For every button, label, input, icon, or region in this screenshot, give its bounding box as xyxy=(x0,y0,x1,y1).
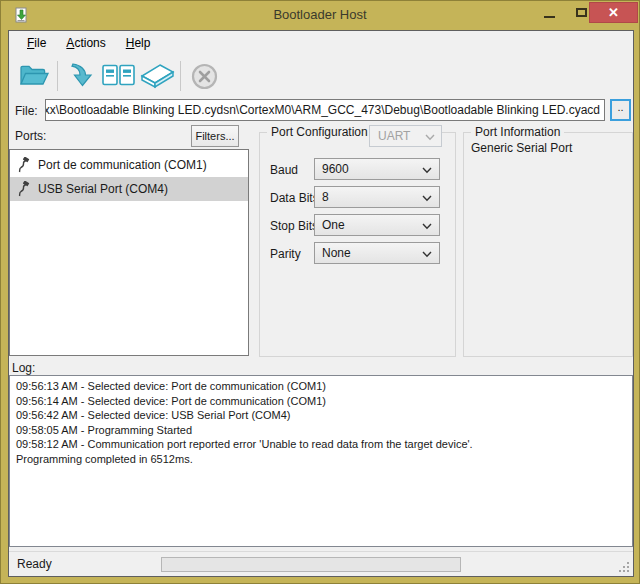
port-list-item-com4[interactable]: USB Serial Port (COM4) xyxy=(10,177,248,201)
abort-circle-icon xyxy=(191,63,218,90)
baud-select[interactable]: 9600 xyxy=(314,158,440,180)
chevron-down-icon xyxy=(422,251,432,258)
port-configuration-group: Port Configuration Baud 9600 Data Bits 8… xyxy=(259,132,456,357)
minimize-button[interactable] xyxy=(534,2,564,23)
serial-port-icon xyxy=(16,157,30,173)
parity-select[interactable]: None xyxy=(314,242,440,264)
ports-list: Port de communication (COM1) USB Serial … xyxy=(9,149,249,356)
file-path-input[interactable]: ader_41xx\Bootloadable Blinking LED.cyds… xyxy=(45,99,605,121)
stop-bits-select[interactable]: One xyxy=(314,214,440,236)
program-button[interactable] xyxy=(62,59,100,93)
browse-button[interactable]: .. xyxy=(610,99,631,121)
verify-button[interactable] xyxy=(100,59,138,93)
port-configuration-title: Port Configuration xyxy=(267,125,372,139)
port-information-group: Port Information Generic Serial Port xyxy=(463,132,633,357)
erase-button[interactable] xyxy=(138,59,176,93)
statusbar: Ready xyxy=(9,551,633,576)
log-line: Programming completed in 6512ms. xyxy=(16,452,626,467)
close-button[interactable]: ✕ xyxy=(589,2,638,23)
filters-button[interactable]: Filters... xyxy=(191,125,239,147)
close-icon: ✕ xyxy=(608,6,619,19)
log-label: Log: xyxy=(12,361,35,375)
serial-port-icon xyxy=(16,181,30,197)
status-text: Ready xyxy=(17,557,52,571)
chevron-down-icon xyxy=(425,134,435,141)
progress-bar xyxy=(161,557,461,572)
minimize-icon xyxy=(544,16,555,18)
menu-actions[interactable]: Actions xyxy=(56,31,115,56)
baud-label: Baud xyxy=(270,163,298,177)
port-information-title: Port Information xyxy=(471,125,564,139)
toolbar-separator xyxy=(180,61,181,91)
log-line: 09:58:12 AM - Communication port reporte… xyxy=(16,437,626,452)
log-output[interactable]: 09:56:13 AM - Selected device: Port de c… xyxy=(9,375,633,547)
ports-label: Ports: xyxy=(15,129,46,143)
toolbar xyxy=(9,56,633,96)
log-line: 09:58:05 AM - Programming Started xyxy=(16,423,626,438)
toolbar-separator xyxy=(57,61,58,91)
eraser-icon xyxy=(139,63,175,89)
client-area: File Actions Help xyxy=(8,30,634,577)
maximize-icon xyxy=(576,8,587,17)
port-name: USB Serial Port (COM4) xyxy=(38,182,168,196)
abort-button xyxy=(185,59,223,93)
menu-file[interactable]: File xyxy=(17,31,56,56)
chevron-down-icon xyxy=(422,167,432,174)
parity-label: Parity xyxy=(270,247,301,261)
port-information-content: Generic Serial Port xyxy=(471,141,572,155)
resize-grip[interactable] xyxy=(618,561,630,573)
stop-bits-label: Stop Bits xyxy=(270,219,318,233)
open-file-button[interactable] xyxy=(15,59,53,93)
data-bits-select[interactable]: 8 xyxy=(314,186,440,208)
verify-documents-icon xyxy=(102,64,136,88)
open-folder-icon xyxy=(18,63,50,89)
log-line: 09:56:42 AM - Selected device: USB Seria… xyxy=(16,408,626,423)
menu-help[interactable]: Help xyxy=(116,31,161,56)
file-path-value: ader_41xx\Bootloadable Blinking LED.cyds… xyxy=(45,103,600,117)
chevron-down-icon xyxy=(422,223,432,230)
program-arrow-icon xyxy=(68,62,94,90)
port-name: Port de communication (COM1) xyxy=(38,158,207,172)
titlebar[interactable]: Bootloader Host ✕ xyxy=(1,1,639,30)
port-list-item-com1[interactable]: Port de communication (COM1) xyxy=(10,153,248,177)
protocol-select: UART xyxy=(369,125,442,147)
app-window: Bootloader Host ✕ File Actions Help xyxy=(0,0,640,584)
data-bits-label: Data Bits xyxy=(270,191,319,205)
menubar: File Actions Help xyxy=(9,31,633,56)
log-line: 09:56:14 AM - Selected device: Port de c… xyxy=(16,394,626,409)
log-line: 09:56:13 AM - Selected device: Port de c… xyxy=(16,379,626,394)
file-label: File: xyxy=(15,104,38,118)
chevron-down-icon xyxy=(422,195,432,202)
